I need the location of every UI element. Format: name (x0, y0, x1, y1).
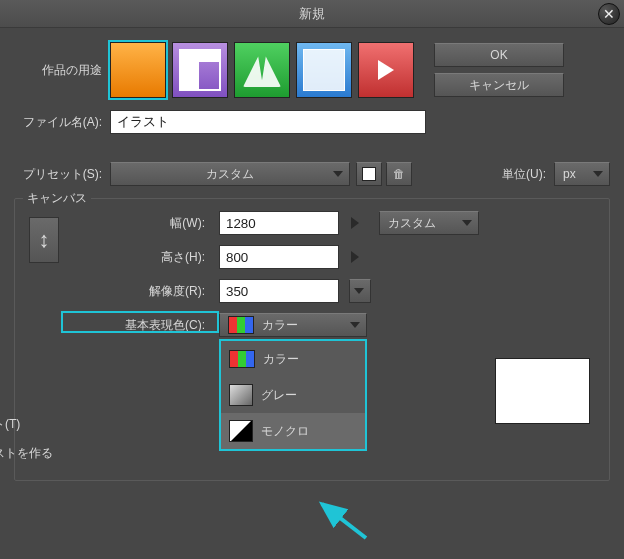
chevron-down-icon (593, 171, 603, 177)
opt-label: カラー (263, 351, 299, 368)
colormode-label: 基本表現色(C): (63, 317, 213, 334)
usage-animation-icon[interactable] (358, 42, 414, 98)
preset-label: プリセット(S): (14, 166, 110, 183)
size-preset-value: カスタム (388, 215, 436, 232)
delete-preset-button[interactable]: 🗑 (386, 162, 412, 186)
color-option-gray[interactable]: グレー (221, 377, 365, 413)
width-step-icon[interactable] (351, 217, 359, 229)
preset-value: カスタム (206, 166, 254, 183)
usage-label: 作品の用途 (14, 62, 110, 79)
rgb-icon (229, 350, 255, 368)
cursor-arrow-annotation (316, 498, 376, 546)
color-option-mono[interactable]: モノクロ (221, 413, 365, 449)
dialog-title: 新規 (299, 6, 325, 21)
canvas-preview (495, 358, 590, 424)
opt-label: モノクロ (261, 423, 309, 440)
resolution-label: 解像度(R): (63, 283, 213, 300)
cancel-button[interactable]: キャンセル (434, 73, 564, 97)
rgb-icon (228, 316, 254, 334)
canvas-legend: キャンバス (23, 190, 91, 207)
height-label: 高さ(H): (63, 249, 213, 266)
resolution-input[interactable] (219, 279, 339, 303)
usage-comic-icon[interactable] (172, 42, 228, 98)
gray-swatch-icon (229, 384, 253, 406)
template-label: テンプレート(T) (0, 416, 20, 433)
width-input[interactable] (219, 211, 339, 235)
filename-label: ファイル名(A): (14, 114, 110, 131)
chevron-down-icon (350, 322, 360, 328)
trash-icon: 🗑 (393, 167, 405, 181)
colormode-dropdown[interactable]: カラー (219, 313, 367, 337)
chevron-down-icon (462, 220, 472, 226)
usage-illustration-icon[interactable] (110, 42, 166, 98)
mono-swatch-icon (229, 420, 253, 442)
unit-value: px (563, 167, 576, 181)
orientation-toggle[interactable]: ↕ (29, 217, 59, 263)
chevron-down-icon (354, 288, 364, 294)
usage-print-icon[interactable] (296, 42, 352, 98)
filename-input[interactable] (110, 110, 426, 134)
page-icon (362, 167, 376, 181)
canvas-fieldset: キャンバス ↕ 幅(W): カスタム 高さ(H): (14, 198, 610, 481)
usage-book-icon[interactable] (234, 42, 290, 98)
height-step-icon[interactable] (351, 251, 359, 263)
width-label: 幅(W): (63, 215, 213, 232)
unit-dropdown[interactable]: px (554, 162, 610, 186)
size-preset-dropdown[interactable]: カスタム (379, 211, 479, 235)
preset-dropdown[interactable]: カスタム (110, 162, 350, 186)
unit-label: 単位(U): (458, 166, 554, 183)
close-button[interactable]: ✕ (598, 3, 620, 25)
save-preset-button[interactable] (356, 162, 382, 186)
usage-icon-group (110, 42, 414, 98)
svg-line-0 (322, 504, 366, 538)
resolution-dropdown[interactable] (349, 279, 371, 303)
color-option-color[interactable]: カラー (221, 341, 365, 377)
title-bar: 新規 ✕ (0, 0, 624, 28)
anim-label: うごくイラストを作る (0, 445, 53, 462)
colormode-value: カラー (262, 317, 298, 334)
opt-label: グレー (261, 387, 297, 404)
height-input[interactable] (219, 245, 339, 269)
chevron-down-icon (333, 171, 343, 177)
ok-button[interactable]: OK (434, 43, 564, 67)
